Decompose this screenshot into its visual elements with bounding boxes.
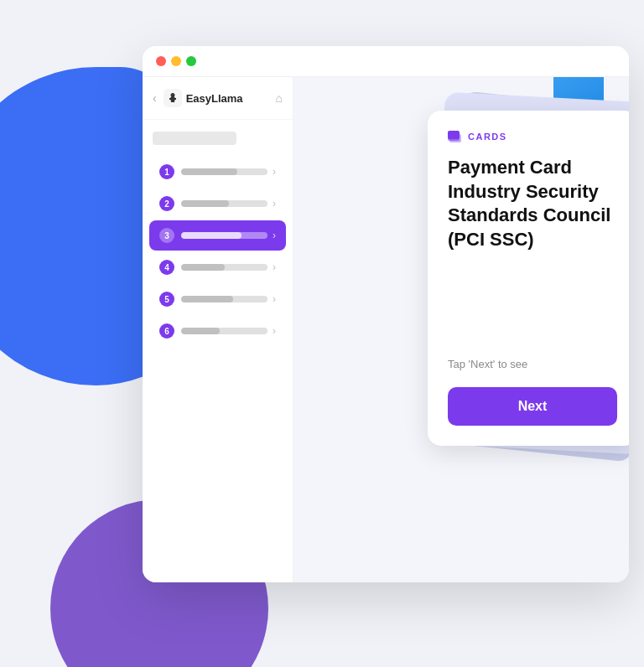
item-arrow-5: › bbox=[273, 293, 276, 305]
sidebar-item-6[interactable]: 6 › bbox=[149, 316, 286, 346]
sidebar-items: 1 › 2 › 3 bbox=[143, 150, 293, 582]
item-arrow-6: › bbox=[273, 325, 276, 337]
cards-icon bbox=[448, 131, 463, 142]
item-arrow-3: › bbox=[273, 230, 276, 241]
item-bar-5 bbox=[181, 296, 267, 302]
item-bar-fill-6 bbox=[181, 328, 220, 334]
item-bar-3 bbox=[181, 232, 267, 239]
browser-content: ‹ EasyLlama ⌂ 1 bbox=[143, 77, 629, 582]
item-bar-fill-1 bbox=[181, 168, 237, 175]
item-bar-fill-2 bbox=[181, 200, 229, 207]
sidebar-item-3[interactable]: 3 › bbox=[149, 220, 286, 251]
traffic-light-red[interactable] bbox=[156, 56, 166, 66]
item-number-5: 5 bbox=[159, 292, 174, 307]
card-instruction: Tap 'Next' to see bbox=[448, 358, 617, 370]
item-bar-6 bbox=[181, 328, 267, 334]
main-content: CARDS Payment Card Industry Security Sta… bbox=[293, 77, 629, 582]
card-stack: CARDS Payment Card Industry Security Sta… bbox=[428, 94, 629, 446]
traffic-light-green[interactable] bbox=[186, 56, 196, 66]
svg-rect-3 bbox=[448, 131, 460, 139]
item-number-3: 3 bbox=[159, 228, 174, 243]
item-number-6: 6 bbox=[159, 323, 174, 339]
browser-chrome bbox=[143, 46, 629, 77]
traffic-light-yellow[interactable] bbox=[171, 56, 181, 66]
flashcard: CARDS Payment Card Industry Security Sta… bbox=[428, 111, 629, 446]
sidebar-item-5[interactable]: 5 › bbox=[149, 284, 286, 314]
home-button[interactable]: ⌂ bbox=[276, 91, 283, 105]
card-label-text: CARDS bbox=[468, 132, 507, 142]
back-button[interactable]: ‹ bbox=[153, 91, 157, 105]
item-arrow-1: › bbox=[273, 166, 276, 178]
traffic-lights bbox=[156, 56, 196, 66]
sidebar: ‹ EasyLlama ⌂ 1 bbox=[143, 77, 293, 582]
sidebar-logo: EasyLlama bbox=[164, 89, 269, 107]
item-number-4: 4 bbox=[159, 260, 174, 275]
item-bar-4 bbox=[181, 264, 267, 271]
easyllama-logo-icon bbox=[164, 89, 182, 107]
browser-window: ‹ EasyLlama ⌂ 1 bbox=[143, 46, 629, 582]
item-arrow-4: › bbox=[273, 261, 276, 273]
item-number-2: 2 bbox=[159, 196, 174, 211]
sidebar-item-4[interactable]: 4 › bbox=[149, 252, 286, 282]
item-bar-fill-3 bbox=[181, 232, 242, 239]
item-bar-fill-5 bbox=[181, 296, 233, 302]
sidebar-subtitle-bar bbox=[153, 132, 236, 145]
item-bar-fill-4 bbox=[181, 264, 225, 271]
card-title: Payment Card Industry Security Standards… bbox=[448, 156, 617, 344]
next-button[interactable]: Next bbox=[448, 387, 617, 426]
item-bar-2 bbox=[181, 200, 267, 207]
item-bar-1 bbox=[181, 168, 267, 175]
item-arrow-2: › bbox=[273, 198, 276, 209]
card-label: CARDS bbox=[448, 131, 617, 142]
sidebar-item-2[interactable]: 2 › bbox=[149, 189, 286, 219]
sidebar-header: ‹ EasyLlama ⌂ bbox=[143, 77, 293, 120]
item-number-1: 1 bbox=[159, 164, 174, 179]
app-title: EasyLlama bbox=[186, 92, 243, 105]
sidebar-item-1[interactable]: 1 › bbox=[149, 157, 286, 187]
